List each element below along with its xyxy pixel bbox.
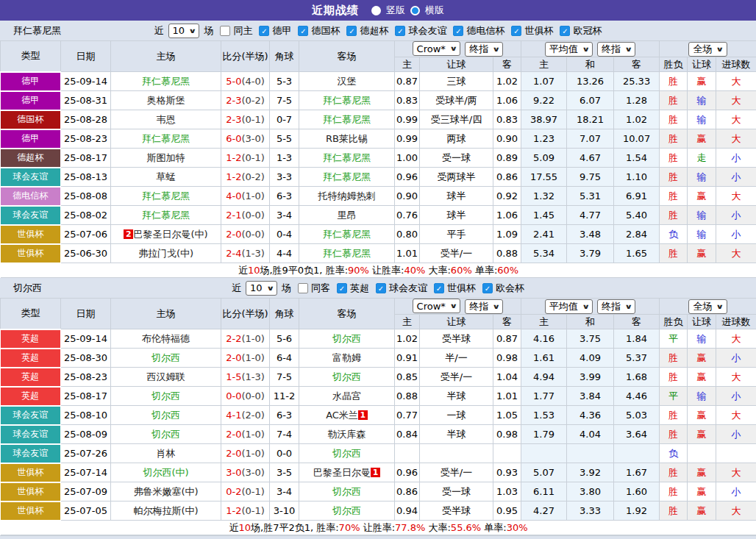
checkbox-checked[interactable]: ✓: [298, 26, 308, 36]
average-ref-select[interactable]: 终指∨: [597, 42, 635, 57]
odds-source-select[interactable]: Crow*∨: [413, 299, 461, 313]
chevron-down-icon: ∨: [624, 46, 632, 53]
result-outcome: 平: [660, 329, 688, 349]
summary-segment: 让胜率:: [360, 522, 396, 533]
avg-home: 1.53: [521, 406, 567, 425]
away-team: 切尔西: [299, 368, 395, 387]
odds-away: 0.95: [493, 501, 521, 521]
checkbox-checked[interactable]: ✓: [482, 283, 493, 293]
odds-source-select-value: Crow*: [417, 301, 446, 312]
away-team: AC米兰1: [299, 406, 395, 425]
scope-select[interactable]: 全场∨: [688, 299, 727, 314]
result-goals: 小: [716, 387, 756, 406]
full-score: 2-0: [226, 352, 241, 363]
odds-away: 0.93: [493, 463, 521, 482]
home-team-name: 奥格斯堡: [147, 95, 185, 106]
odds-home: 0.83: [395, 91, 420, 110]
league-badge: 英超: [1, 349, 61, 368]
column-subheader: 胜负: [660, 315, 688, 329]
chevron-down-icon: ∨: [624, 303, 632, 310]
checkbox-unchecked[interactable]: [298, 283, 308, 293]
average-select[interactable]: 平均值∨: [545, 299, 593, 314]
summary-segment: 70%: [339, 522, 360, 533]
avg-away: 3.64: [614, 425, 660, 444]
average-ref-select[interactable]: 终指∨: [597, 299, 635, 314]
column-header: 角球: [270, 299, 299, 329]
checkbox-checked[interactable]: ✓: [395, 26, 405, 36]
full-score: 6-0: [226, 133, 241, 144]
odds-away: 0.98: [493, 349, 521, 368]
half-score: (4-0): [241, 76, 264, 87]
home-team: 韦恩: [111, 110, 221, 129]
horizontal-layout-radio[interactable]: [410, 6, 420, 15]
odds-ref-select-value: 终指: [469, 300, 488, 313]
table-header: 类型日期主场比分(半场)角球客场Crow*∨终指∨平均值∨终指∨全场∨主让球客主…: [1, 299, 756, 329]
odds-away: 1.06: [493, 206, 521, 225]
result-goals: [716, 444, 756, 463]
half-score: (0-2): [241, 171, 264, 182]
odds-ref-select[interactable]: 终指∨: [465, 299, 503, 314]
odds-home: 0.77: [395, 406, 420, 425]
column-subheader: 客: [614, 57, 660, 72]
checkbox-unchecked[interactable]: [220, 26, 230, 36]
full-score: 0-2: [226, 486, 241, 497]
away-team: 水晶宫: [299, 387, 395, 406]
avg-home: 1.79: [521, 425, 567, 444]
match-date: 25-08-23: [61, 368, 111, 387]
avg-home: 38.97: [521, 110, 567, 129]
result-goals: 大: [716, 244, 756, 263]
avg-draw: [567, 444, 614, 463]
checkbox-checked[interactable]: ✓: [453, 26, 463, 36]
away-team: 拜仁慕尼黑: [299, 225, 395, 244]
handicap-line: 半球: [420, 425, 493, 444]
checkbox-checked[interactable]: ✓: [560, 26, 570, 36]
home-team: 切尔西: [111, 387, 221, 406]
odds-source-select[interactable]: Crow*∨: [413, 41, 461, 56]
avg-home: 1.45: [521, 206, 567, 225]
corner-count: 3-4: [270, 206, 299, 225]
result-handicap: 输: [688, 91, 716, 110]
checkbox-checked[interactable]: ✓: [259, 26, 269, 36]
avg-away: 1.92: [614, 501, 660, 521]
checkbox-checked[interactable]: ✓: [346, 26, 357, 36]
avg-home: 9.22: [521, 91, 567, 110]
summary-segment: 10: [248, 265, 260, 276]
away-team: 拜仁慕尼黑: [299, 149, 395, 168]
vertical-layout-label[interactable]: 竖版: [386, 4, 405, 17]
avg-away: 5.37: [614, 349, 660, 368]
result-handicap: 赢: [688, 425, 716, 444]
away-team-name: 汉堡: [338, 76, 357, 87]
recent-count-select[interactable]: 10∨: [168, 24, 200, 38]
chevron-down-icon: ∨: [492, 303, 500, 310]
odds-home: 0.96: [395, 463, 420, 482]
match-date: 25-08-23: [61, 129, 111, 149]
average-select[interactable]: 平均值∨: [545, 42, 593, 57]
checkbox-checked[interactable]: ✓: [376, 283, 386, 293]
odds-away: 0.92: [493, 187, 521, 206]
home-team-name: 弗鲁米嫩塞(中): [133, 486, 198, 497]
checkbox-checked[interactable]: ✓: [434, 283, 444, 293]
column-subheader: 客: [493, 57, 521, 72]
home-team-name: 切尔西: [151, 352, 180, 363]
home-team-name: 草蜢: [157, 171, 176, 182]
score: 3-0(3-0): [221, 463, 270, 482]
checkbox-checked[interactable]: ✓: [511, 26, 521, 36]
away-team-name: 拜仁慕尼黑: [323, 114, 371, 125]
match-row: 球会友谊25-08-02拜仁慕尼黑2-1(0-0)3-4里昂0.76球半1.06…: [1, 206, 756, 225]
result-handicap: 赢: [688, 187, 716, 206]
result-goals: 小: [716, 206, 756, 225]
summary-row: 近10场,胜9平0负1, 胜率:90% 让胜率:40% 大率:60% 单率:60…: [1, 263, 756, 278]
avg-home: 1.23: [521, 129, 567, 149]
horizontal-layout-label[interactable]: 横版: [425, 4, 444, 17]
vertical-layout-radio[interactable]: [371, 6, 381, 15]
result-outcome: 胜: [660, 244, 688, 263]
match-row: 世俱杯25-07-062巴黎圣日尔曼(中)2-0(0-0)0-4拜仁慕尼黑0.8…: [1, 225, 756, 244]
result-outcome: 平: [660, 387, 688, 406]
odds-ref-select[interactable]: 终指∨: [465, 42, 503, 57]
recent-count-select[interactable]: 10∨: [246, 281, 277, 296]
result-handicap: 赢: [688, 129, 716, 149]
checkbox-checked[interactable]: ✓: [337, 283, 347, 293]
scope-select[interactable]: 全场∨: [688, 42, 727, 57]
away-team-name: 巴黎圣日尔曼: [313, 467, 371, 478]
half-score: (1-0): [241, 190, 264, 201]
